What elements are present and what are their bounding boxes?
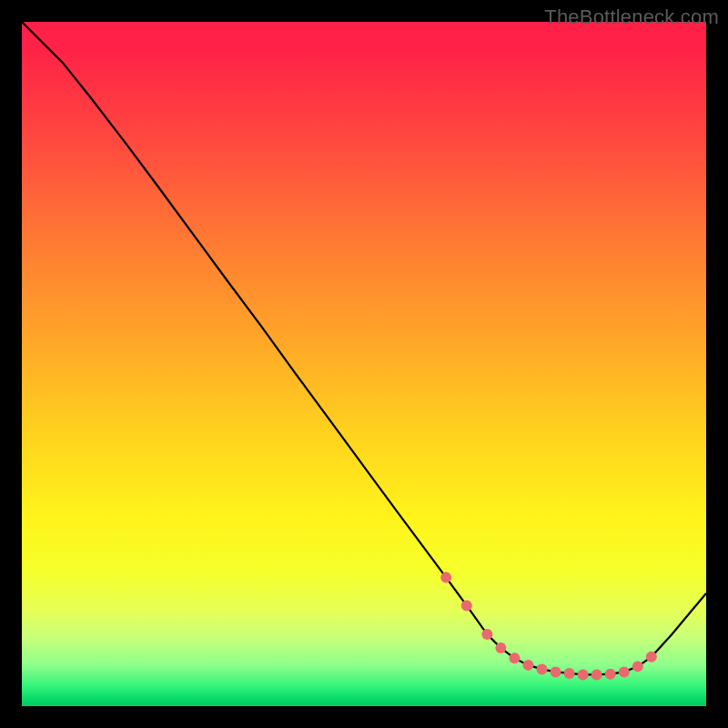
curve-path-group (22, 22, 706, 674)
curve-marker (495, 642, 506, 653)
bottleneck-curve (22, 22, 706, 706)
curve-marker (646, 652, 657, 662)
curve-markers (440, 572, 657, 681)
curve-marker (537, 663, 548, 674)
curve-marker (509, 652, 520, 663)
watermark-text: TheBottleneck.com (544, 5, 719, 29)
curve-marker (551, 666, 561, 677)
curve-marker (619, 666, 630, 677)
curve-marker (440, 572, 451, 583)
curve-marker (632, 661, 643, 672)
chart-frame: TheBottleneck.com (0, 0, 728, 728)
plot-area (22, 22, 706, 706)
curve-marker (592, 669, 602, 680)
curve-marker (564, 668, 575, 679)
curve-line (22, 22, 706, 674)
curve-marker (522, 660, 533, 671)
curve-marker (578, 669, 589, 680)
curve-marker (605, 669, 616, 680)
curve-marker (481, 629, 492, 640)
curve-marker (461, 600, 472, 611)
